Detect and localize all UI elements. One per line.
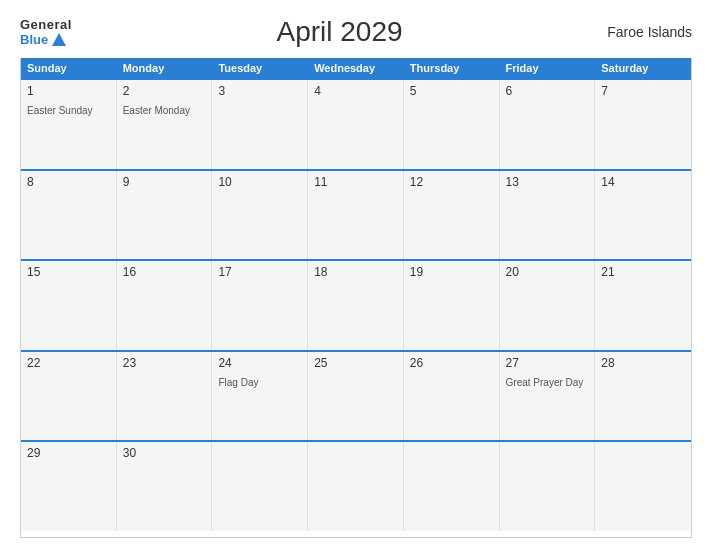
- day-cell-2-4: 19: [404, 261, 500, 350]
- day-cell-0-5: 6: [500, 80, 596, 169]
- day-number: 20: [506, 265, 589, 279]
- header-monday: Monday: [117, 58, 213, 78]
- day-number: 10: [218, 175, 301, 189]
- day-number: 11: [314, 175, 397, 189]
- day-cell-1-0: 8: [21, 171, 117, 260]
- header-tuesday: Tuesday: [212, 58, 308, 78]
- logo-blue-text: Blue: [20, 32, 66, 47]
- header: General Blue April 2029 Faroe Islands: [20, 16, 692, 48]
- day-cell-0-0: 1Easter Sunday: [21, 80, 117, 169]
- day-number: 26: [410, 356, 493, 370]
- region-label: Faroe Islands: [607, 24, 692, 40]
- day-event: Flag Day: [218, 377, 258, 388]
- day-cell-2-2: 17: [212, 261, 308, 350]
- day-number: 7: [601, 84, 685, 98]
- day-number: 13: [506, 175, 589, 189]
- header-sunday: Sunday: [21, 58, 117, 78]
- week-row-1: 1Easter Sunday2Easter Monday34567: [21, 78, 691, 169]
- day-number: 25: [314, 356, 397, 370]
- day-cell-2-6: 21: [595, 261, 691, 350]
- day-number: 19: [410, 265, 493, 279]
- day-cell-3-6: 28: [595, 352, 691, 441]
- day-number: 30: [123, 446, 206, 460]
- day-number: 21: [601, 265, 685, 279]
- day-cell-4-1: 30: [117, 442, 213, 531]
- day-cell-4-2: [212, 442, 308, 531]
- day-cell-4-5: [500, 442, 596, 531]
- day-cell-3-2: 24Flag Day: [212, 352, 308, 441]
- day-cell-0-6: 7: [595, 80, 691, 169]
- day-number: 22: [27, 356, 110, 370]
- day-event: Easter Monday: [123, 105, 190, 116]
- day-headers-row: Sunday Monday Tuesday Wednesday Thursday…: [21, 58, 691, 78]
- week-row-2: 891011121314: [21, 169, 691, 260]
- week-row-3: 15161718192021: [21, 259, 691, 350]
- day-number: 27: [506, 356, 589, 370]
- day-number: 24: [218, 356, 301, 370]
- logo: General Blue: [20, 17, 72, 47]
- day-cell-1-6: 14: [595, 171, 691, 260]
- day-number: 1: [27, 84, 110, 98]
- day-event: Easter Sunday: [27, 105, 93, 116]
- week-row-5: 2930: [21, 440, 691, 531]
- day-cell-2-5: 20: [500, 261, 596, 350]
- calendar: Sunday Monday Tuesday Wednesday Thursday…: [20, 58, 692, 538]
- day-cell-0-3: 4: [308, 80, 404, 169]
- logo-triangle-icon: [52, 33, 66, 46]
- day-number: 23: [123, 356, 206, 370]
- weeks-container: 1Easter Sunday2Easter Monday345678910111…: [21, 78, 691, 531]
- day-number: 4: [314, 84, 397, 98]
- day-cell-4-4: [404, 442, 500, 531]
- day-number: 17: [218, 265, 301, 279]
- day-number: 28: [601, 356, 685, 370]
- day-number: 5: [410, 84, 493, 98]
- calendar-title: April 2029: [277, 16, 403, 48]
- day-cell-2-1: 16: [117, 261, 213, 350]
- day-cell-2-3: 18: [308, 261, 404, 350]
- day-number: 6: [506, 84, 589, 98]
- day-cell-1-4: 12: [404, 171, 500, 260]
- day-cell-3-3: 25: [308, 352, 404, 441]
- day-number: 3: [218, 84, 301, 98]
- day-number: 18: [314, 265, 397, 279]
- day-cell-1-2: 10: [212, 171, 308, 260]
- day-number: 9: [123, 175, 206, 189]
- day-cell-0-4: 5: [404, 80, 500, 169]
- day-cell-0-1: 2Easter Monday: [117, 80, 213, 169]
- header-friday: Friday: [500, 58, 596, 78]
- day-cell-4-3: [308, 442, 404, 531]
- day-cell-3-1: 23: [117, 352, 213, 441]
- day-cell-3-4: 26: [404, 352, 500, 441]
- day-cell-4-6: [595, 442, 691, 531]
- day-cell-1-5: 13: [500, 171, 596, 260]
- day-cell-4-0: 29: [21, 442, 117, 531]
- day-cell-1-3: 11: [308, 171, 404, 260]
- day-number: 14: [601, 175, 685, 189]
- header-thursday: Thursday: [404, 58, 500, 78]
- day-cell-2-0: 15: [21, 261, 117, 350]
- day-number: 15: [27, 265, 110, 279]
- day-number: 12: [410, 175, 493, 189]
- day-cell-1-1: 9: [117, 171, 213, 260]
- day-cell-0-2: 3: [212, 80, 308, 169]
- day-cell-3-5: 27Great Prayer Day: [500, 352, 596, 441]
- day-cell-3-0: 22: [21, 352, 117, 441]
- day-number: 16: [123, 265, 206, 279]
- week-row-4: 222324Flag Day252627Great Prayer Day28: [21, 350, 691, 441]
- day-number: 29: [27, 446, 110, 460]
- day-event: Great Prayer Day: [506, 377, 584, 388]
- header-wednesday: Wednesday: [308, 58, 404, 78]
- header-saturday: Saturday: [595, 58, 691, 78]
- day-number: 2: [123, 84, 206, 98]
- page: General Blue April 2029 Faroe Islands Su…: [0, 0, 712, 550]
- logo-general-text: General: [20, 17, 72, 32]
- day-number: 8: [27, 175, 110, 189]
